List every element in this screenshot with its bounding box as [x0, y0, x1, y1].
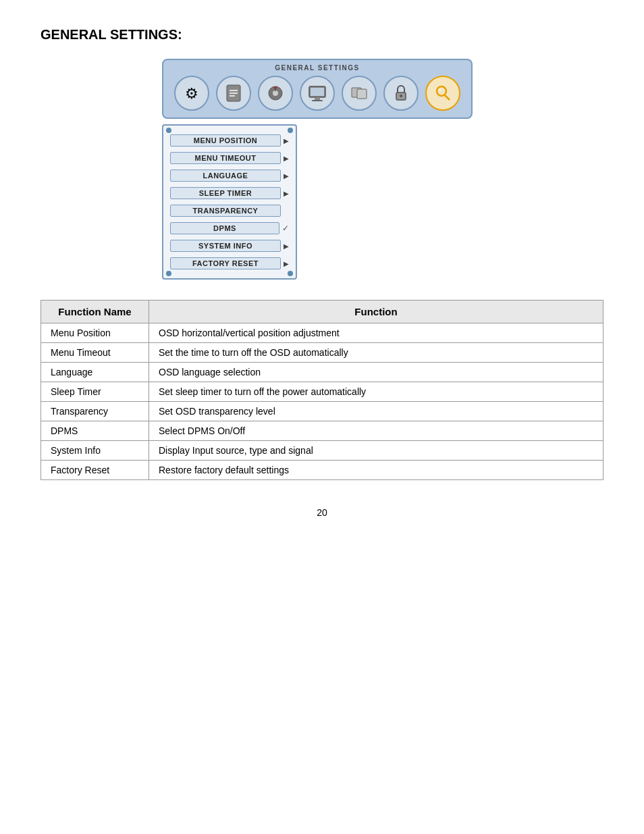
icon-bar: GENERAL SETTINGS ⚙ [162, 59, 473, 119]
menu-item-label: LANGUAGE [170, 170, 281, 182]
svg-line-18 [445, 95, 450, 100]
menu-item-factory-reset: FACTORY RESET ▶ [166, 255, 293, 271]
function-name: Menu Position [41, 323, 149, 343]
menu-checkmark: ✓ [282, 224, 289, 233]
menu-arrow: ▶ [284, 260, 289, 267]
col-header-function: Function [149, 301, 603, 323]
menu-item-label: DPMS [170, 222, 279, 234]
function-desc: Set sleep timer to turn off the power au… [149, 382, 603, 402]
function-name: Language [41, 363, 149, 382]
page-title: GENERAL SETTINGS: [41, 27, 603, 43]
osd-screenshot: GENERAL SETTINGS ⚙ [162, 59, 603, 280]
function-desc: Display Input source, type and signal [149, 441, 603, 461]
function-name: Menu Timeout [41, 343, 149, 363]
svg-point-16 [400, 95, 402, 97]
function-desc: Set the time to turn off the OSD automat… [149, 343, 603, 363]
table-row: Sleep Timer Set sleep timer to turn off … [41, 382, 603, 402]
function-desc: Set OSD transparency level [149, 402, 603, 421]
menu-panel: MENU POSITION ▶ MENU TIMEOUT ▶ LANGUAGE … [162, 124, 297, 280]
corner-tr [288, 128, 293, 133]
menu-item-label: SLEEP TIMER [170, 187, 281, 199]
lock-icon [383, 76, 419, 111]
menu-item-label: FACTORY RESET [170, 257, 281, 269]
color-icon [342, 76, 377, 111]
menu-arrow: ▶ [284, 137, 289, 145]
svg-rect-14 [357, 89, 367, 99]
table-row: Menu Position OSD horizontal/vertical po… [41, 323, 603, 343]
page-number: 20 [41, 507, 603, 518]
menu-item-label: TRANSPARENCY [170, 205, 281, 217]
svg-point-6 [273, 90, 278, 96]
function-desc: Restore factory default settings [149, 461, 603, 480]
svg-rect-11 [312, 100, 323, 101]
function-desc: Select DPMS On/Off [149, 421, 603, 441]
function-name: DPMS [41, 421, 149, 441]
icons-row: ⚙ [174, 76, 460, 111]
table-row: System Info Display Input source, type a… [41, 441, 603, 461]
corner-tl [166, 128, 171, 133]
svg-text:⚙: ⚙ [185, 85, 198, 102]
search-icon [425, 76, 460, 111]
picture-icon [216, 76, 251, 111]
menu-item-transparency: TRANSPARENCY ▶ [166, 203, 293, 219]
menu-item-label: MENU POSITION [170, 134, 281, 147]
function-name: System Info [41, 441, 149, 461]
menu-arrow: ▶ [284, 172, 289, 180]
svg-point-19 [439, 88, 441, 91]
menu-arrow: ▶ [284, 155, 289, 162]
table-row: Language OSD language selection [41, 363, 603, 382]
table-row: Menu Timeout Set the time to turn off th… [41, 343, 603, 363]
function-name: Sleep Timer [41, 382, 149, 402]
audio-icon [258, 76, 293, 111]
table-row: Factory Reset Restore factory default se… [41, 461, 603, 480]
menu-item-menu-timeout: MENU TIMEOUT ▶ [166, 150, 293, 166]
function-name: Transparency [41, 402, 149, 421]
menu-item-language: LANGUAGE ▶ [166, 167, 293, 184]
function-name: Factory Reset [41, 461, 149, 480]
settings-icon: ⚙ [174, 76, 209, 111]
function-desc: OSD language selection [149, 363, 603, 382]
table-row: Transparency Set OSD transparency level [41, 402, 603, 421]
function-desc: OSD horizontal/vertical position adjustm… [149, 323, 603, 343]
menu-item-label: SYSTEM INFO [170, 240, 281, 252]
corner-bl [166, 271, 171, 276]
function-table: Function Name Function Menu Position OSD… [41, 300, 603, 480]
svg-rect-12 [311, 88, 324, 96]
menu-arrow: ▶ [284, 190, 289, 197]
svg-rect-10 [315, 97, 320, 100]
osd-title: GENERAL SETTINGS [174, 64, 460, 72]
menu-item-menu-position: MENU POSITION ▶ [166, 132, 293, 149]
menu-item-dpms: DPMS ✓ [166, 220, 293, 236]
menu-item-system-info: SYSTEM INFO ▶ [166, 238, 293, 254]
menu-item-label: MENU TIMEOUT [170, 152, 281, 164]
svg-point-17 [437, 86, 446, 96]
menu-arrow: ▶ [284, 242, 289, 250]
menu-item-sleep-timer: SLEEP TIMER ▶ [166, 185, 293, 201]
col-header-name: Function Name [41, 301, 149, 323]
table-row: DPMS Select DPMS On/Off [41, 421, 603, 441]
display-icon [300, 76, 335, 111]
corner-br [288, 271, 293, 276]
